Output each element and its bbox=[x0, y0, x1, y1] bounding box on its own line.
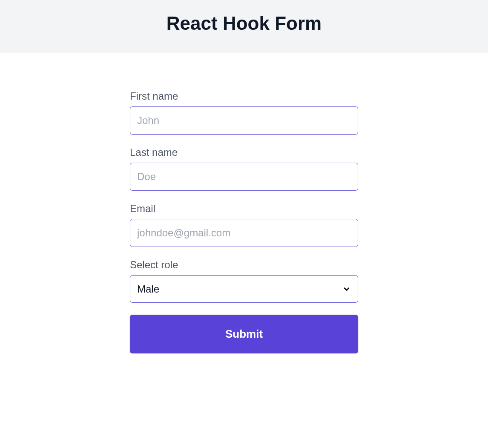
role-label: Select role bbox=[130, 259, 358, 271]
first-name-input[interactable] bbox=[130, 106, 358, 135]
first-name-field-group: First name bbox=[130, 90, 358, 135]
submit-row: Submit bbox=[130, 315, 358, 353]
form-container: First name Last name Email Select role M… bbox=[121, 90, 367, 353]
first-name-label: First name bbox=[130, 90, 358, 102]
role-select[interactable]: Male bbox=[130, 275, 358, 303]
email-label: Email bbox=[130, 203, 358, 215]
email-field-group: Email bbox=[130, 203, 358, 247]
last-name-input[interactable] bbox=[130, 163, 358, 191]
email-input[interactable] bbox=[130, 219, 358, 247]
role-field-group: Select role Male bbox=[130, 259, 358, 303]
page-header: React Hook Form bbox=[0, 0, 488, 53]
page-title: React Hook Form bbox=[0, 13, 488, 34]
signup-form: First name Last name Email Select role M… bbox=[130, 90, 358, 353]
last-name-label: Last name bbox=[130, 146, 358, 158]
last-name-field-group: Last name bbox=[130, 146, 358, 191]
submit-button[interactable]: Submit bbox=[130, 315, 358, 353]
